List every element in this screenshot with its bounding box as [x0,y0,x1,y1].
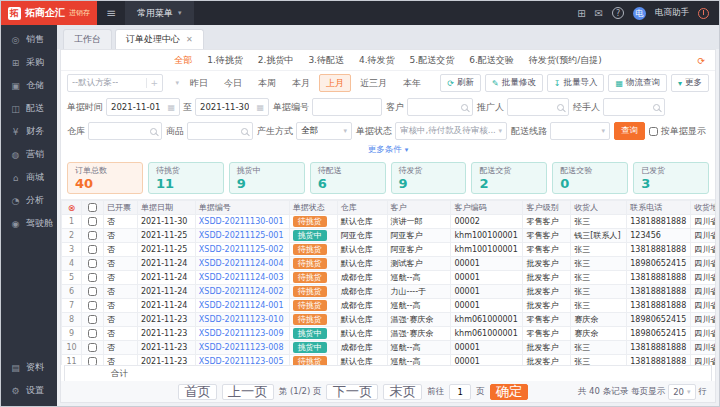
by-doc-checkbox[interactable]: 按单据显示 [649,125,706,138]
sidebar-item-sales[interactable]: ◎销售 [1,28,57,51]
tab-order-center[interactable]: 订单处理中心✕ [115,29,204,49]
column-header[interactable]: 单据日期 [137,201,195,215]
by-doc-checkbox-input[interactable] [649,127,658,136]
status-tab-0[interactable]: 全部 [174,54,192,67]
row-checkbox[interactable] [88,287,97,296]
goto-page-input[interactable] [449,384,471,400]
action-button-3[interactable]: ▦物流查询 [608,74,667,92]
menu-tab[interactable]: 常用菜单 ▾ [125,1,194,25]
quick-date-button[interactable]: 本年 [396,74,428,92]
row-checkbox[interactable] [88,231,97,240]
stat-card-7[interactable]: 已发货3 [633,162,709,194]
table-row[interactable]: 4否2021-11-24XSDD-20211124-004待挑货默认仓库测试客户… [62,257,716,271]
order-link[interactable]: XSDD-20211123-005 [199,357,284,365]
customer-input[interactable] [407,98,473,116]
row-checkbox[interactable] [88,315,97,324]
column-header[interactable]: 客户编码 [451,201,523,215]
status-tab-1[interactable]: 1.待挑货 [207,54,243,67]
sidebar-item-data[interactable]: ▤资料 [1,356,57,379]
power-icon[interactable] [698,8,709,19]
first-page-button[interactable]: 首页 [178,384,217,400]
column-header[interactable]: 客户级别 [523,201,571,215]
hamburger-icon[interactable]: ≡ [97,6,125,20]
more-conditions-link[interactable]: 更多条件 ▾ [61,143,715,159]
table-row[interactable]: 11否2021-11-23XSDD-20211123-005待挑货默认仓库巡航-… [62,355,716,366]
column-header[interactable]: 收货地址 [691,201,715,215]
column-header[interactable]: 已开票 [103,201,137,215]
action-button-1[interactable]: ✎批量修改 [485,74,543,92]
row-checkbox[interactable] [88,301,97,310]
sidebar-item-mall[interactable]: ⌂商城 [1,166,57,189]
quick-date-button[interactable]: 今日 [217,74,249,92]
status-tab-7[interactable]: 待发货(预约/自提) [529,54,602,67]
sidebar-item-analysis[interactable]: ◔分析 [1,189,57,212]
sidebar-item-finance[interactable]: ¥财务 [1,120,57,143]
stat-card-2[interactable]: 挑货中9 [229,162,305,194]
order-link[interactable]: XSDD-20211130-001 [199,217,284,226]
doc-no-input[interactable] [312,98,382,116]
order-link[interactable]: XSDD-20211125-001 [199,231,284,240]
sidebar-item-cockpit[interactable]: ◉驾驶舱 [1,212,57,235]
sidebar-item-settings[interactable]: ⚙设置 [1,379,57,402]
order-link[interactable]: XSDD-20211124-004 [199,259,284,268]
status-tab-4[interactable]: 4.待发货 [359,54,395,67]
order-link[interactable]: XSDD-20211123-009 [199,329,284,338]
table-row[interactable]: 2否2021-11-25XSDD-20211125-001挑货中阿亚仓库阿亚客户… [62,229,716,243]
goto-confirm-button[interactable]: 确定 [490,384,529,400]
table-row[interactable]: 1否2021-11-30XSDD-20211130-001待挑货默认仓库演讲一郎… [62,215,716,229]
row-checkbox[interactable] [88,329,97,338]
table-row[interactable]: 3否2021-11-25XSDD-20211125-002待挑货默认仓库阿亚客户… [62,243,716,257]
last-page-button[interactable]: 末页 [383,384,422,400]
sidebar-item-delivery[interactable]: ◫配送 [1,97,57,120]
status-tab-3[interactable]: 3.待配送 [308,54,344,67]
stat-card-4[interactable]: 待发货9 [391,162,467,194]
column-header[interactable]: 单据编号 [195,201,289,215]
sidebar-item-warehouse[interactable]: ▣仓储 [1,74,57,97]
refresh-icon[interactable]: ⟳ [697,56,705,66]
add-scheme-icon[interactable]: + [146,78,158,88]
per-page-select[interactable]: 20 ▾ [668,384,695,400]
row-checkbox[interactable] [88,217,97,226]
table-row[interactable]: 10否2021-11-23XSDD-20211123-008挑货中成都仓库巡航-… [62,341,716,355]
avatar[interactable]: 电 [633,7,646,20]
promoter-input[interactable] [507,98,569,116]
product-input[interactable] [187,122,253,140]
tab-workbench[interactable]: 工作台 [63,29,112,49]
more-button[interactable]: ▾更多 [671,74,709,92]
close-icon[interactable]: ✕ [186,35,193,44]
row-checkbox[interactable] [88,245,97,254]
column-header[interactable]: 收货人 [571,201,627,215]
order-link[interactable]: XSDD-20211123-010 [199,315,284,324]
quick-date-button[interactable]: 上月 [319,74,351,92]
table-row[interactable]: 6否2021-11-24XSDD-20211124-002待挑货成都仓库力山--… [62,285,716,299]
help-icon[interactable]: ? [612,7,624,19]
order-link[interactable]: XSDD-20211125-002 [199,245,284,254]
sidebar-item-marketing[interactable]: ◍营销 [1,143,57,166]
row-checkbox[interactable] [88,343,97,352]
row-checkbox[interactable] [88,273,97,282]
handler-input[interactable] [603,98,665,116]
quick-date-button[interactable]: 近三月 [353,74,394,92]
sidebar-item-purchase[interactable]: ⊞采购 [1,51,57,74]
doc-status-select[interactable]: 审核中,待付款及待审核... ▾ [395,122,507,140]
column-header[interactable]: 单据状态 [289,201,337,215]
next-page-button[interactable]: 下一页 [326,384,378,400]
column-header[interactable]: 客户 [387,201,451,215]
table-row[interactable]: 5否2021-11-24XSDD-20211124-003待挑货成都仓库巡航--… [62,271,716,285]
query-button[interactable]: 查询 [614,122,645,140]
row-checkbox[interactable] [88,357,97,365]
table-row[interactable]: 9否2021-11-23XSDD-20211123-009挑货中默认仓库温强·赛… [62,327,716,341]
row-checkbox[interactable] [88,259,97,268]
stat-card-3[interactable]: 待配送6 [310,162,386,194]
message-icon[interactable]: ✉ [595,8,603,19]
route-select[interactable]: ▾ [550,122,610,140]
clear-selection-icon[interactable]: ⊗ [68,203,76,213]
date-from-input[interactable]: 2021-11-01 ▦ [106,98,180,116]
select-all-checkbox[interactable] [88,203,97,212]
order-link[interactable]: XSDD-20211123-008 [199,343,284,352]
quick-date-button[interactable]: 昨日 [183,74,215,92]
chevron-down-icon[interactable]: ▾ [175,79,179,87]
column-header[interactable]: 仓库 [337,201,387,215]
orders-table-scroll[interactable]: ⊗ 已开票单据日期单据编号单据状态仓库客户客户编码客户级别收货人联系电话收货地址… [61,199,715,365]
status-tab-2[interactable]: 2.挑货中 [258,54,294,67]
